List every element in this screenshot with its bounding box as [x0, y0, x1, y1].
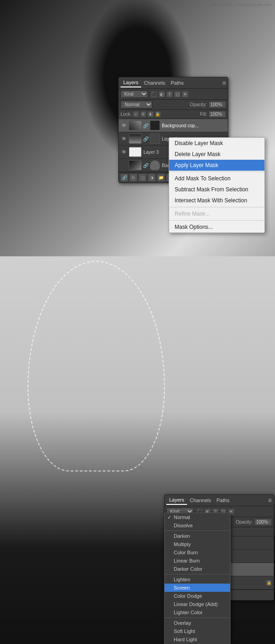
blend-multiply[interactable]: Multiply [165, 540, 230, 548]
blend-sep-3 [165, 617, 230, 618]
layer-mask-0[interactable] [150, 120, 160, 130]
blend-normal[interactable]: Normal [165, 513, 230, 521]
blend-darken[interactable]: Darken [165, 532, 230, 540]
layer-mask-3[interactable] [150, 160, 160, 170]
layer-thumb-0 [129, 120, 142, 130]
panel-menu-icon-top[interactable]: ≡ [222, 79, 226, 87]
tab-paths-bottom[interactable]: Paths [214, 496, 232, 504]
blend-mode-dropdown: Normal Dissolve Darken Multiply Color Bu… [164, 513, 231, 644]
opacity-label-top: Opacity: [190, 102, 207, 107]
lock-icons-top: ▪ ✛ ⧫ 🔒 [133, 111, 161, 117]
fill-label-top: Fill: [200, 112, 207, 117]
layer-thumb-3 [129, 160, 142, 170]
lock-art-icon[interactable]: ⧫ [148, 111, 154, 117]
eye-icon-3: 👁 [121, 162, 127, 168]
blend-overlay[interactable]: Overlay [165, 619, 230, 627]
adj-bottom-icon[interactable]: ◑ [148, 174, 155, 181]
blend-linear-burn[interactable]: Linear Burn [165, 557, 230, 565]
ctx-apply-mask[interactable]: Apply Layer Mask [169, 160, 264, 171]
opacity-value-top[interactable]: 100% [209, 101, 226, 108]
context-menu-top: Disable Layer Mask Delete Layer Mask App… [169, 137, 265, 233]
filter-img-icon[interactable]: ⬛ [151, 91, 157, 97]
layer-item-0[interactable]: 👁 🔗 Background cop... [119, 119, 228, 132]
blend-lighter-color[interactable]: Lighter Color [165, 608, 230, 617]
ctx-delete-mask[interactable]: Delete Layer Mask [169, 149, 264, 160]
top-section: 思缘设计论坛 www.missyuan.com Layers Channels … [0, 0, 275, 256]
blend-hard-light[interactable]: Hard Light [165, 635, 230, 644]
fx-bottom-icon[interactable]: fx [130, 174, 137, 181]
blend-soft-light[interactable]: Soft Light [165, 627, 230, 635]
panel-toolbar-top: Kind ⬛ ◐ T ◻ ✦ [119, 89, 228, 100]
eye-icon-1[interactable]: 👁 [121, 135, 127, 142]
filter-adj-icon[interactable]: ◐ [159, 91, 165, 97]
lock-all-icon[interactable]: 🔒 [155, 111, 161, 117]
ctx-intersect-mask[interactable]: Intersect Mask With Selection [169, 195, 264, 206]
eye-icon-2[interactable]: 👁 [121, 149, 127, 155]
lock-label-top: Lock: [121, 112, 132, 117]
link-bottom-icon[interactable]: 🔗 [121, 174, 128, 181]
group-bottom-icon[interactable]: 📁 [157, 174, 165, 181]
lock-pixels-icon[interactable]: ▪ [133, 111, 139, 117]
tab-layers-top[interactable]: Layers [121, 78, 141, 87]
lock-row-top: Lock: ▪ ✛ ⧫ 🔒 Fill: 100% [119, 110, 228, 119]
blend-select-top[interactable]: Normal [121, 101, 153, 108]
blend-sep-1 [165, 530, 230, 531]
panel-header-top: Layers Channels Paths ≡ [119, 77, 228, 89]
ctx-subtract-mask[interactable]: Subtract Mask From Selection [169, 184, 264, 195]
panel-header-bottom: Layers Channels Paths ≡ [165, 495, 274, 506]
kind-select-top[interactable]: Kind [121, 90, 148, 98]
fill-value-top[interactable]: 100% [209, 111, 226, 118]
ctx-sep-3 [169, 220, 264, 221]
tab-channels-bottom[interactable]: Channels [187, 496, 214, 504]
filter-smart-icon[interactable]: ✦ [182, 91, 188, 97]
ctx-add-mask-sel[interactable]: Add Mask To Selection [169, 173, 264, 184]
ctx-disable-mask[interactable]: Disable Layer Mask [169, 138, 264, 149]
blend-normal-wrap: Normal [165, 513, 230, 521]
opacity-value-bottom[interactable]: 100% [254, 519, 272, 525]
filter-icons-top: ⬛ ◐ T ◻ ✦ [151, 91, 188, 97]
tab-paths-top[interactable]: Paths [168, 79, 187, 87]
link-icon-0: 🔗 [143, 123, 148, 128]
mask-bottom-icon[interactable]: ◻ [139, 174, 146, 181]
lock-move-icon[interactable]: ✛ [140, 111, 146, 117]
bottom-section: Layers Channels Paths ≡ Kind ⬛ ◐ T ◻ ✦ S… [0, 256, 275, 644]
layer-thumb-2 [129, 147, 142, 157]
layer-name-0: Background cop... [162, 123, 226, 128]
blend-linear-dodge[interactable]: Linear Dodge (Add) [165, 600, 230, 608]
filter-type-icon[interactable]: T [166, 91, 173, 97]
tab-layers-bottom[interactable]: Layers [166, 496, 187, 505]
blend-screen[interactable]: Screen [165, 584, 230, 592]
blend-row-top: Normal Opacity: 100% [119, 100, 228, 110]
blend-darker-color[interactable]: Darker Color [165, 565, 230, 573]
opacity-label-bottom: Opacity: [236, 520, 253, 525]
link-icon-3: 🔗 [143, 163, 148, 168]
link-icon-1: 🔗 [143, 136, 148, 141]
blend-lighten[interactable]: Lighten [165, 575, 230, 584]
panel-menu-icon-bottom[interactable]: ≡ [268, 497, 272, 504]
layer-mask-1[interactable] [150, 134, 160, 144]
eye-icon-0[interactable]: 👁 [121, 122, 127, 129]
blend-dissolve[interactable]: Dissolve [165, 521, 230, 530]
lock-icon-b-3: 🔒 [266, 580, 272, 586]
watermark: 思缘设计论坛 www.missyuan.com [209, 2, 271, 8]
ctx-refine-mask: Refine Mask... [169, 208, 264, 219]
blend-color-dodge[interactable]: Color Dodge [165, 592, 230, 600]
tab-channels-top[interactable]: Channels [141, 79, 168, 87]
ctx-mask-options[interactable]: Mask Options... [169, 222, 264, 233]
ctx-sep-2 [169, 207, 264, 207]
layer-thumb-1 [129, 134, 142, 144]
blend-color-burn[interactable]: Color Burn [165, 548, 230, 557]
blend-sep-2 [165, 574, 230, 574]
ctx-sep-1 [169, 172, 264, 172]
filter-shape-icon[interactable]: ◻ [174, 91, 181, 97]
